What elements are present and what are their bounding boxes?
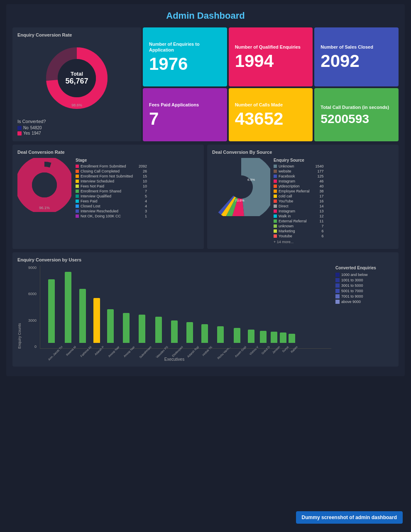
stage-name: Fees Paid xyxy=(81,199,133,203)
source-item: unknown 7 xyxy=(274,224,324,228)
source-swatch xyxy=(274,204,277,208)
source-item: Direct 14 xyxy=(274,204,324,208)
bar-label: Rahim xyxy=(290,345,298,353)
stage-item: Enrollment Form Not Submitted 15 xyxy=(76,174,147,178)
source-swatch xyxy=(274,165,277,168)
legend-yes: Yes 1947 xyxy=(17,131,136,135)
source-name: Employee Referral xyxy=(279,189,310,193)
source-inner: 6.5% 73.6% Enquiry Source Unknown 1540 w… xyxy=(212,158,394,244)
source-item: External Referral 11 xyxy=(274,219,324,223)
bars-container: Ann..Jacob TH Reema M Fathima Ali Adarsh… xyxy=(40,266,331,349)
bar-legend-item: 1001 to 3000 xyxy=(335,278,394,282)
is-converted-legend: Is Converted? No 54820 Yes 1947 xyxy=(17,119,136,136)
y-axis: 9000 6000 3000 0 xyxy=(25,266,38,349)
source-swatch xyxy=(274,175,277,178)
source-legend: Enquiry Source Unknown 1540 website 177 … xyxy=(274,158,324,244)
stage-swatch xyxy=(76,204,79,208)
source-value: 6 xyxy=(311,229,324,233)
sales-closed-label: Number of Sales Closed xyxy=(320,44,392,50)
bar-group: Adarsh P xyxy=(91,298,103,348)
bar-legend-swatch xyxy=(335,283,340,288)
svg-text:73.6%: 73.6% xyxy=(235,199,245,202)
deal-inner: 96.1% Stage Enrollment Form Submitted 20… xyxy=(17,158,199,219)
bar xyxy=(201,324,208,343)
source-swatch xyxy=(274,209,277,213)
source-swatch xyxy=(274,170,277,173)
call-duration-value: 5200593 xyxy=(320,113,392,125)
source-item: YouTube 16 xyxy=(274,199,324,203)
bar-legend-item: above 9000 xyxy=(335,300,394,304)
bar-group: Vishnu V xyxy=(245,330,257,348)
stage-swatch xyxy=(76,200,79,203)
source-swatch xyxy=(274,190,277,193)
source-card: Deal Conversion By Source xyxy=(207,145,399,249)
svg-point-5 xyxy=(32,172,57,197)
source-item: Employee Referral 38 xyxy=(274,189,324,193)
source-value: 12 xyxy=(311,214,324,218)
qualified-enquiries-value: 1994 xyxy=(235,52,307,70)
bar xyxy=(48,279,55,343)
source-value: 14 xyxy=(311,204,324,208)
bar-label: Anoop Nair xyxy=(108,345,120,358)
source-name: YouTube xyxy=(279,199,310,203)
source-pie: 6.5% 73.6% xyxy=(212,158,270,216)
source-name: Facebook xyxy=(279,174,310,178)
bar-legend-item: 1000 and below xyxy=(335,273,394,277)
source-name: Youtube xyxy=(279,234,310,238)
source-value: 177 xyxy=(311,169,324,173)
source-value: 125 xyxy=(311,174,324,178)
dashboard-container: Admin Dashboard Enquiry Conversion Rate xyxy=(6,4,405,376)
source-value: 13 xyxy=(311,209,324,213)
donut-percentage: 98.6% xyxy=(71,103,82,107)
bar-group: Elsdevyani xyxy=(167,320,181,348)
bar-group: Ann..Jacob TH xyxy=(42,279,61,348)
stage-name: Interview Scheduled xyxy=(81,179,133,183)
stage-legend: Stage Enrollment Form Submitted 2092 Clo… xyxy=(76,158,147,219)
more-sources-link[interactable]: + 14 more... xyxy=(274,240,324,244)
source-name: unknown xyxy=(279,224,310,228)
stage-item: Not OK, Doing 100K CC 1 xyxy=(76,214,147,218)
source-item: website 177 xyxy=(274,169,324,173)
source-item: Youtube 6 xyxy=(274,234,324,238)
bar-label: Jenson xyxy=(272,345,281,354)
bar-legend-swatch xyxy=(335,278,340,282)
bar-legend-swatch xyxy=(335,289,340,293)
bar xyxy=(234,328,240,343)
bar-group: Reema M xyxy=(62,272,74,348)
stage-name: Enrollment Form Submitted xyxy=(81,164,133,168)
calls-made-label: Number of Calls Made xyxy=(235,102,307,108)
bar xyxy=(186,322,193,343)
calls-made-value: 43652 xyxy=(235,110,307,128)
bar-label: Reema M xyxy=(66,345,76,356)
source-name: ytdescription xyxy=(279,184,310,188)
stage-name: Fees Not Paid xyxy=(81,184,133,188)
call-duration-card: Total Call Duration (in seconds) 5200593 xyxy=(314,88,399,141)
stage-name: Closed Lost xyxy=(81,204,133,208)
outer-wrapper: Admin Dashboard Enquiry Conversion Rate xyxy=(0,0,411,532)
bar xyxy=(79,289,86,343)
bar-label: Surya xyxy=(281,345,289,353)
calls-made-card: Number of Calls Made 43652 xyxy=(229,88,313,141)
stage-swatch xyxy=(76,209,79,213)
deal-conversion-card: Deal Conversion Rate 96.1% Stage xyxy=(12,145,204,249)
fees-paid-label: Fees Paid Applications xyxy=(149,102,221,108)
bar xyxy=(260,331,267,343)
bar-legend: Converted Enquiries 1000 and below 1001 … xyxy=(335,266,394,362)
bar-group: Aswin Gopi xyxy=(230,328,245,348)
source-swatch xyxy=(274,234,277,238)
donut-chart: Total 56,767 98.6% xyxy=(44,45,110,111)
yes-swatch xyxy=(17,131,22,135)
enquiry-rate-title: Enquiry Conversion Rate xyxy=(17,32,136,37)
source-swatch xyxy=(274,229,277,233)
y-axis-label: Enquiry Counts xyxy=(17,266,22,349)
bar-legend-label: 3001 to 5000 xyxy=(341,283,363,288)
stage-value: 4 xyxy=(135,204,147,208)
stage-item: Fees Not Paid 10 xyxy=(76,184,147,188)
bar-label: Adarsh P xyxy=(94,345,105,356)
no-swatch xyxy=(17,126,22,130)
bar-label: Adarsh Raji xyxy=(187,345,200,358)
bar xyxy=(65,272,71,343)
enquiries-to-app-card: Number of Enquiries to Application 1976 xyxy=(143,27,227,86)
bar xyxy=(248,330,254,343)
bar xyxy=(107,309,114,343)
